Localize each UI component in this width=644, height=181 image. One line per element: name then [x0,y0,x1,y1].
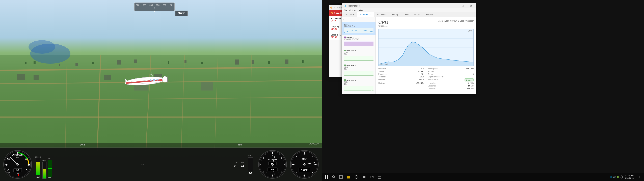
heading-display: 348° [176,10,188,16]
svg-text:0: 0 [272,154,273,156]
svg-line-151 [334,178,335,178]
notification-center-button[interactable] [634,173,642,181]
engine-rpm-bottom: 2452 [80,144,85,146]
svg-rect-34 [201,82,213,90]
desktop-area: 🍕 Pizza Hut | Pizza Deli... — □ ✕ 🍕 Pizz… [322,0,644,172]
tm-perf-cpu[interactable]: CPU 21% 2.20 GHz [342,22,376,35]
pizza-item-2-price: $14.99 [331,28,341,30]
svg-text:3: 3 [281,171,282,173]
feet-gauge: 20 50 80 10 FEET 1,862 [290,150,319,179]
tm-close-button[interactable]: ✕ [467,3,475,8]
tab-users[interactable]: Users [401,12,412,17]
network-icon[interactable]: 🌐 [610,176,612,178]
engine-pct-bottom: 45% [238,144,242,146]
tm-tabs[interactable]: Processes Performance App history Startu… [342,12,476,17]
tm-perf-memory[interactable]: Memory 10.4/16.0 GB (65%) [342,35,376,48]
svg-rect-130 [344,28,374,33]
taskbar: 🌐 🔊 🔋 11:47 AM 9/24/2020 [322,172,644,181]
cpu-title: CPU [378,20,388,25]
svg-text:80: 80 [304,174,306,176]
uptime-value: 0:06:15:54 [416,82,424,84]
svg-rect-15 [34,61,36,64]
task-manager-window[interactable]: 📊 Task Manager — □ ✕ File Options View P… [342,3,476,94]
start-button[interactable] [323,173,330,181]
svg-text:AIRSPEED: AIRSPEED [12,154,22,156]
base-speed-label: Base speed: [428,68,438,70]
tab-details[interactable]: Details [412,12,423,17]
taskmanager-taskbar-button[interactable] [360,173,368,181]
store-button[interactable] [376,173,384,181]
svg-rect-148 [325,177,326,179]
battery-icon[interactable]: 🔋 [616,176,619,178]
pizza-item-1-price: $7.59 [331,20,343,22]
svg-rect-133 [344,56,374,61]
tm-perf-disk2[interactable]: Disk 2 (C:) SSD1% [342,78,376,93]
system-tray: 🌐 🔊 🔋 [608,176,624,178]
tm-maximize-button[interactable]: □ [459,3,466,8]
browser-taskbar-button[interactable] [352,173,360,181]
pizza-item-1-name: P'ZONE® A... [331,17,343,20]
tm-minimize-button[interactable]: — [450,3,458,8]
svg-text:320: 320 [136,4,139,6]
tab-startup[interactable]: Startup [389,12,401,17]
aoa-gauge: AOA 45% [48,158,52,179]
trim-indicator: TRIM 0.1 [240,162,244,167]
svg-text:6: 6 [260,164,261,166]
tm-window-controls[interactable]: — □ ✕ [450,3,475,8]
search-button[interactable] [330,174,337,180]
tm-body: ‹ CPU 21% 2.20 GHz [342,17,476,94]
svg-marker-38 [125,78,128,82]
notification-icon [636,176,640,178]
svg-point-127 [304,164,306,166]
airspeed-svg: 40 140 100 80 60 225 250 AIRSPEED KTS [4,151,31,178]
menu-file[interactable]: File [344,9,347,12]
browser-taskbar-icon [355,175,358,179]
svg-text:5: 5 [263,171,264,173]
processes-label: Processes [378,73,387,75]
svg-rect-135 [344,86,374,91]
back-icon: ‹ [344,18,344,21]
volume-icon[interactable]: 🔊 [613,176,616,178]
flaps-value: 0° [234,164,236,167]
file-explorer-icon [347,175,350,179]
task-view-button[interactable] [337,173,345,181]
cpu-graph-max: 100% [468,30,472,32]
svg-text:7: 7 [263,157,264,159]
taskbar-clock[interactable]: 11:47 AM 9/24/2020 [625,174,634,180]
search-icon [332,175,336,179]
file-explorer-button[interactable] [345,173,352,181]
svg-rect-26 [268,61,270,64]
logical-label: Logical processors: [428,76,444,78]
tm-menubar: File Options View [342,8,476,12]
svg-rect-28 [302,60,304,63]
crosshair-svg [146,71,156,81]
svg-text:330: 330 [143,4,146,6]
compass-svg: 320 330 340 N 350 360 10 [134,2,174,14]
menu-view[interactable]: View [359,9,364,12]
tm-perf-disk1[interactable]: Disk 1 (E:) HDD0% [342,63,376,78]
rpm-label: RPM [36,175,40,177]
right-labels: FLAPS 0° TRIM 0.1 V.SPEED [232,155,254,174]
tm-left-panel[interactable]: ‹ CPU 21% 2.20 GHz [342,17,376,94]
tm-back-button[interactable]: ‹ [342,17,376,22]
virt-label: Virtualization: [428,78,439,82]
browser-favicon: 🍕 [330,6,332,9]
tab-services[interactable]: Services [423,12,436,17]
cpu-mini-graph [344,28,374,33]
svg-rect-160 [363,176,364,177]
flight-sim-panel: 320 330 340 N 350 360 10 348° [0,0,322,181]
cpu-header: CPU % Utilization AMD Ryzen 7 3700X 8-Co… [378,20,474,28]
tm-perf-ethernet[interactable]: Ethernet Ethernet 20.6/1 = 8.0 Mbps [342,93,376,94]
engine-fuel-aoa: ENGINE RPM 2452 FUEL AOA [35,150,52,179]
tab-app-history[interactable]: App history [374,12,389,17]
menu-options[interactable]: Options [349,9,356,12]
tab-performance[interactable]: Performance [357,12,374,17]
l2-value: 4.0 MB [468,85,474,87]
svg-rect-14 [25,62,26,64]
tab-processes[interactable]: Processes [342,12,357,17]
tm-perf-disk0[interactable]: Disk 0 (D:) SSD0% [342,48,376,63]
svg-text:10: 10 [170,4,172,6]
svg-rect-44 [156,79,158,80]
engine-rpm-display: 2452 [140,164,144,166]
mail-button[interactable] [368,173,376,181]
